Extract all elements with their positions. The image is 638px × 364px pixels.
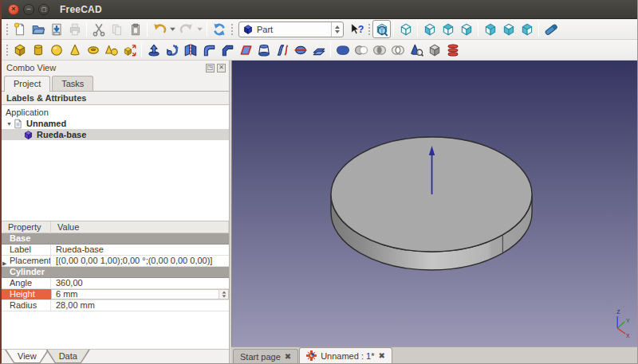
new-file-button[interactable] — [10, 20, 29, 38]
3d-viewport[interactable]: Z Y X — [231, 61, 637, 346]
primitive-sphere-button[interactable] — [47, 41, 65, 59]
mirror-button[interactable] — [181, 41, 199, 59]
measure-distance-button[interactable] — [542, 20, 560, 38]
toolbar-grip[interactable] — [5, 22, 9, 37]
boolean-intersection-button[interactable] — [370, 41, 388, 59]
whats-this-button[interactable]: ? — [347, 20, 365, 38]
shape-builder-button[interactable] — [120, 41, 139, 59]
tree-item-label: Rueda-base — [37, 130, 86, 139]
view-rear-button[interactable] — [481, 20, 499, 38]
paste-button[interactable] — [126, 20, 144, 38]
redo-dropdown-button[interactable] — [195, 20, 204, 38]
value-text: 6 mm — [56, 289, 78, 299]
property-value[interactable]: 360,00 — [51, 278, 229, 288]
3d-scene[interactable]: Z Y X — [232, 61, 637, 346]
property-row-radius[interactable]: Radius28,00 mm — [2, 300, 229, 311]
redo-button[interactable] — [177, 20, 195, 38]
undo-button[interactable] — [150, 20, 168, 38]
view-axonometric-button[interactable] — [396, 20, 415, 38]
tree-item-rueda-base[interactable]: Rueda-base — [2, 129, 229, 140]
view-left-button[interactable] — [518, 20, 536, 38]
property-group-base[interactable]: Base — [2, 233, 229, 245]
model-cylinder[interactable] — [331, 137, 532, 270]
primitive-cone-button[interactable] — [65, 41, 84, 59]
close-window-button[interactable]: × — [8, 4, 19, 15]
section-button[interactable] — [291, 41, 309, 59]
workbench-selector[interactable]: Part — [238, 22, 344, 37]
document-icon — [13, 119, 24, 129]
defeaturing-button[interactable] — [425, 41, 443, 59]
undo-dropdown-button[interactable] — [168, 20, 177, 38]
close-tab-icon[interactable]: ✖ — [378, 352, 384, 360]
undo-icon — [152, 22, 167, 37]
minimize-window-button[interactable]: – — [23, 4, 34, 15]
document-tab-start-page[interactable]: Start page✖ — [233, 349, 298, 364]
view-bottom-button[interactable] — [499, 20, 518, 38]
expander-icon[interactable]: ▼ — [6, 121, 13, 127]
create-primitives-button[interactable] — [102, 41, 120, 59]
print-button[interactable] — [65, 20, 84, 38]
tab-view[interactable]: View — [5, 350, 49, 363]
toolbar-grip[interactable] — [367, 22, 371, 37]
group-label: Cylinder — [2, 267, 229, 277]
tab-label: View — [5, 350, 49, 363]
primitive-cylinder-button[interactable] — [29, 41, 47, 59]
property-value[interactable]: 6 mm — [51, 289, 229, 299]
extrude-button[interactable] — [144, 41, 163, 59]
float-panel-button[interactable]: ◳ — [206, 64, 215, 72]
cut-button[interactable] — [89, 20, 108, 38]
close-tab-icon[interactable]: ✖ — [285, 353, 291, 361]
fit-all-button[interactable] — [372, 20, 391, 38]
combo-spinner[interactable] — [331, 22, 343, 37]
sweep-button[interactable] — [273, 41, 291, 59]
property-row-angle[interactable]: Angle360,00 — [2, 278, 229, 289]
expander-icon[interactable]: ▶ — [2, 258, 6, 266]
value-spinner[interactable] — [219, 289, 229, 299]
open-button[interactable] — [29, 20, 47, 38]
document-tab-unnamed-1[interactable]: Unnamed : 1*✖ — [299, 347, 392, 364]
property-value[interactable]: 28,00 mm — [51, 300, 229, 311]
property-row-placement[interactable]: ▶Placement[(0,00 0,00 1,00);0,00 °;(0,00… — [2, 256, 229, 267]
document-tabbar: Start page✖Unnamed : 1*✖ — [231, 346, 637, 364]
fillet-button[interactable] — [199, 41, 218, 59]
tab-data[interactable]: Data — [46, 350, 90, 363]
property-value[interactable]: Rueda-base — [51, 245, 229, 255]
property-group-cylinder[interactable]: Cylinder — [2, 267, 229, 278]
property-value[interactable]: [(0,00 0,00 1,00);0,00 °;(0,00 0,00 0,00… — [51, 256, 229, 266]
chamfer-button[interactable] — [218, 41, 236, 59]
titlebar[interactable]: × – ▢ FreeCAD — [2, 0, 637, 19]
maximize-icon: ▢ — [41, 6, 47, 12]
primitive-box-button[interactable] — [10, 41, 29, 59]
view-top-button[interactable] — [439, 20, 457, 38]
boolean-union-button[interactable] — [333, 41, 352, 59]
property-row-label[interactable]: LabelRueda-base — [2, 245, 229, 256]
save-button[interactable] — [47, 20, 65, 38]
maximize-window-button[interactable]: ▢ — [38, 4, 49, 15]
value-column-header: Value — [51, 221, 229, 233]
property-row-height[interactable]: Height6 mm — [2, 289, 229, 300]
boolean-cut-button[interactable] — [352, 41, 370, 59]
tab-tasks[interactable]: Tasks — [52, 76, 93, 91]
toolbar-grip[interactable] — [5, 43, 9, 57]
tree-item-application[interactable]: Application — [2, 107, 229, 118]
thickness-button[interactable] — [309, 41, 328, 59]
axis-x-label: X — [626, 333, 630, 339]
ruled-surface-button[interactable] — [236, 41, 254, 59]
toolbar-separator — [207, 22, 207, 37]
revolve-button[interactable] — [163, 41, 181, 59]
refresh-button[interactable] — [210, 20, 228, 38]
copy-button[interactable] — [108, 20, 126, 38]
boolean-xor-button[interactable] — [388, 41, 407, 59]
close-panel-button[interactable]: ✕ — [217, 64, 226, 72]
cross-sections-button[interactable] — [443, 41, 462, 59]
check-geometry-button[interactable] — [407, 41, 425, 59]
tree-item-document[interactable]: ▼ Unnamed — [2, 118, 229, 129]
primitive-torus-button[interactable] — [84, 41, 102, 59]
tab-project[interactable]: Project — [4, 76, 50, 92]
combo-view-panel: Combo View ◳ ✕ Project Tasks Labels & At… — [2, 61, 229, 364]
loft-button[interactable] — [254, 41, 273, 59]
view-front-button[interactable] — [420, 20, 439, 38]
defeaturing-icon — [427, 43, 442, 57]
view-right-button[interactable] — [457, 20, 475, 38]
toolbar-grip[interactable] — [230, 22, 234, 37]
